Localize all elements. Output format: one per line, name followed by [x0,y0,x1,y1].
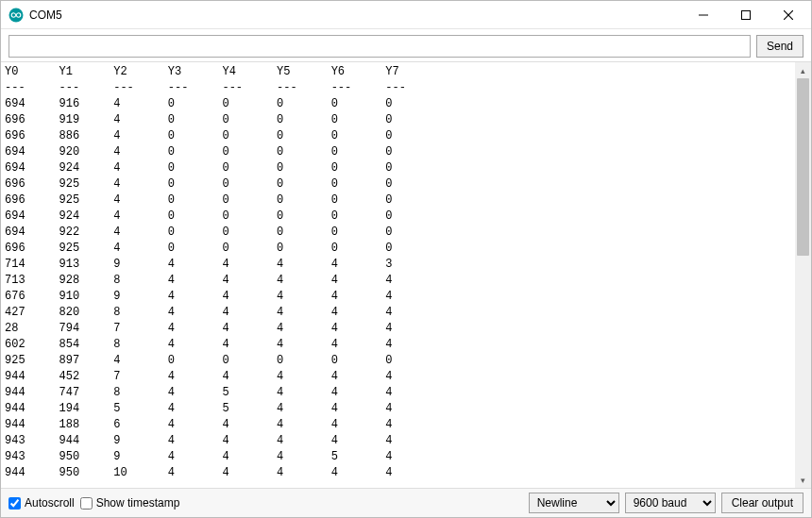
close-button[interactable] [767,1,809,28]
scroll-thumb[interactable] [797,78,809,256]
vertical-scrollbar[interactable]: ▴ ▾ [795,62,811,488]
baud-select[interactable]: 9600 baud [625,493,716,513]
serial-monitor-window: COM5 Send Y0 Y1 Y2 Y3 Y4 Y5 Y6 Y7 --- --… [0,0,812,518]
close-icon [784,10,793,20]
footer-bar: Autoscroll Show timestamp Newline 9600 b… [1,489,811,517]
timestamp-option[interactable]: Show timestamp [80,496,180,510]
clear-output-button[interactable]: Clear output [721,493,804,513]
serial-input[interactable] [8,35,751,58]
output-wrap: Y0 Y1 Y2 Y3 Y4 Y5 Y6 Y7 --- --- --- --- … [1,61,811,489]
title-bar: COM5 [1,1,811,29]
serial-output: Y0 Y1 Y2 Y3 Y4 Y5 Y6 Y7 --- --- --- --- … [1,62,795,488]
scroll-track[interactable] [795,78,811,472]
maximize-button[interactable] [724,1,767,28]
svg-rect-2 [741,10,750,19]
minimize-button[interactable] [682,1,724,28]
maximize-icon [741,10,751,20]
minimize-icon [699,10,708,20]
scroll-down-icon[interactable]: ▾ [795,472,811,488]
autoscroll-checkbox[interactable] [8,497,21,510]
timestamp-label: Show timestamp [96,496,180,510]
autoscroll-label: Autoscroll [25,496,75,510]
app-icon [8,8,24,23]
send-row: Send [1,29,811,61]
line-ending-select[interactable]: Newline [529,493,619,513]
scroll-up-icon[interactable]: ▴ [795,62,811,78]
timestamp-checkbox[interactable] [80,497,93,510]
send-button[interactable]: Send [756,35,804,58]
window-title: COM5 [29,8,62,22]
autoscroll-option[interactable]: Autoscroll [8,496,75,510]
